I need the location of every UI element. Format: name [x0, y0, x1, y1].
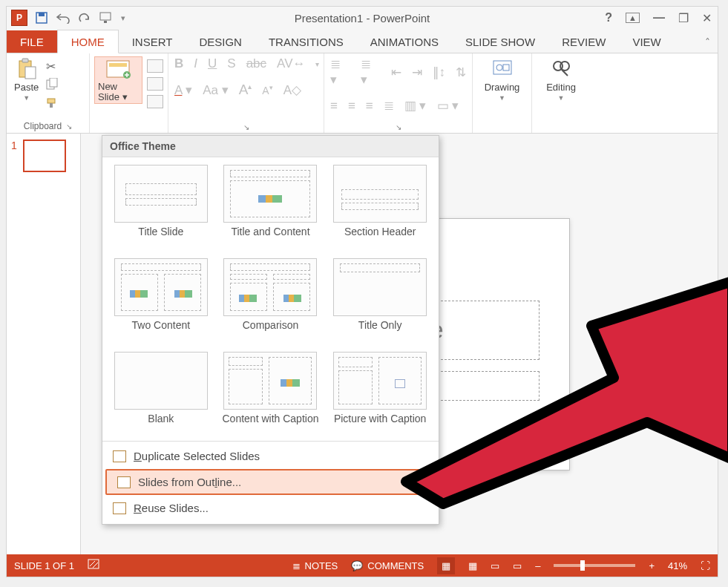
layout-title-slide[interactable]: Title Slide	[110, 165, 212, 251]
format-painter-icon[interactable]	[46, 97, 59, 112]
drawing-button[interactable]: Drawing ▼	[482, 56, 523, 103]
copy-icon[interactable]	[46, 78, 59, 93]
fit-to-window-icon[interactable]: ⛶	[701, 560, 710, 571]
font-launcher-icon[interactable]: ↘	[243, 123, 249, 131]
redo-icon[interactable]	[78, 12, 91, 24]
shadow-button[interactable]: S	[226, 56, 237, 71]
underline-button[interactable]: U	[206, 56, 218, 71]
start-from-beginning-icon[interactable]	[99, 11, 114, 24]
clear-formatting-button[interactable]: A◇	[282, 82, 303, 98]
bullets-button[interactable]: ≣ ▾	[329, 56, 352, 88]
tab-review[interactable]: REVIEW	[548, 30, 619, 53]
align-left-button[interactable]: ≡	[329, 99, 339, 114]
notes-button[interactable]: ≣ NOTES	[292, 560, 338, 571]
convert-smartart-button[interactable]: ▭ ▾	[436, 98, 461, 114]
layout-label: Comparison	[243, 319, 298, 344]
reset-slide-icon[interactable]	[147, 77, 163, 91]
slides-from-outline[interactable]: Slides from Outline...	[105, 469, 436, 495]
section-icon[interactable]	[147, 95, 163, 108]
slide-thumbnail-1[interactable]	[23, 140, 66, 172]
svg-rect-8	[50, 78, 57, 87]
zoom-slider-thumb[interactable]	[580, 560, 585, 571]
comments-label: COMMENTS	[367, 560, 424, 571]
increase-indent-button[interactable]: ⇥	[410, 65, 424, 80]
slide-thumbnail-pane[interactable]: 1	[7, 134, 81, 554]
collapse-ribbon-icon[interactable]: ˄	[698, 32, 718, 53]
clipboard-launcher-icon[interactable]: ↘	[66, 122, 72, 131]
editing-button[interactable]: Editing ▼	[543, 56, 579, 103]
change-case-button[interactable]: Aa ▾	[201, 82, 230, 98]
duplicate-selected-slides[interactable]: Duplicate Selected Slides	[102, 445, 439, 468]
reading-view-icon[interactable]: ▭	[491, 560, 499, 571]
zoom-in-button[interactable]: +	[649, 560, 655, 571]
font-color-button[interactable]: A ▾	[173, 82, 194, 98]
decrease-indent-button[interactable]: ⇤	[390, 65, 403, 80]
shrink-font-button[interactable]: A▾	[260, 84, 274, 96]
tab-slideshow[interactable]: SLIDE SHOW	[452, 30, 548, 53]
layout-picture-with-caption[interactable]: Picture with Caption	[329, 352, 431, 438]
layout-label: Title and Content	[231, 226, 309, 251]
layout-title-only[interactable]: Title Only	[329, 258, 431, 344]
restore-button[interactable]: ❐	[678, 11, 689, 25]
strikethrough-button[interactable]: abc	[245, 56, 268, 71]
layout-content-with-caption[interactable]: Content with Caption	[220, 352, 322, 438]
layout-title-and-content[interactable]: Title and Content	[220, 165, 322, 251]
paragraph-launcher-icon[interactable]: ↘	[396, 123, 401, 131]
zoom-out-button[interactable]: –	[535, 560, 540, 571]
italic-button[interactable]: I	[192, 56, 199, 71]
group-editing: Editing ▼	[532, 53, 590, 133]
tab-design[interactable]: DESIGN	[186, 30, 255, 53]
drawing-label: Drawing	[485, 82, 520, 93]
help-button[interactable]: ?	[605, 11, 612, 24]
layout-section-header[interactable]: Section Header	[329, 165, 431, 251]
ribbon-tab-strip: FILE HOME INSERT DESIGN TRANSITIONS ANIM…	[7, 29, 718, 53]
normal-view-icon[interactable]: ▦	[437, 557, 455, 574]
justify-button[interactable]: ≣	[382, 98, 396, 114]
layout-comparison[interactable]: Comparison	[220, 258, 322, 344]
zoom-level[interactable]: 41%	[668, 560, 687, 571]
new-slide-button[interactable]: New Slide ▾	[94, 56, 142, 104]
columns-button[interactable]: ▥ ▾	[403, 98, 428, 114]
character-spacing-button[interactable]: AV↔	[275, 56, 306, 71]
tab-view[interactable]: VIEW	[619, 30, 674, 53]
cut-icon[interactable]: ✂	[46, 59, 59, 73]
customize-qat-icon[interactable]: ▾	[121, 13, 125, 23]
numbering-button[interactable]: ≣ ▾	[359, 56, 382, 88]
tab-home[interactable]: HOME	[57, 30, 119, 53]
align-right-button[interactable]: ≡	[364, 99, 375, 114]
bold-button[interactable]: B	[173, 56, 185, 71]
align-center-button[interactable]: ≡	[347, 99, 357, 114]
undo-icon[interactable]	[56, 12, 70, 24]
reuse-slides[interactable]: Reuse Slides...	[102, 496, 439, 519]
slideshow-view-icon[interactable]: ▭	[513, 560, 522, 571]
editing-label: Editing	[546, 82, 576, 93]
tab-file[interactable]: FILE	[7, 30, 57, 53]
status-bar: SLIDE 1 OF 1 ≣ NOTES 💬 COMMENTS ▦ ▦ ▭ ▭ …	[7, 554, 718, 577]
grow-font-button[interactable]: A▴	[237, 82, 254, 98]
ribbon-display-options-icon[interactable]: ▲	[626, 13, 640, 23]
zoom-slider[interactable]	[554, 564, 635, 567]
find-icon	[550, 58, 572, 80]
new-slide-icon	[105, 59, 132, 80]
tab-animations[interactable]: ANIMATIONS	[357, 30, 452, 53]
slide-layout-icon[interactable]	[147, 59, 163, 73]
text-direction-button[interactable]: ⇅	[454, 65, 468, 80]
minimize-button[interactable]: —	[653, 11, 665, 24]
group-paragraph: ≣ ▾ ≣ ▾ ⇤ ⇥ ‖↕ ⇅ ≡ ≡ ≡ ≣ ▥ ▾ ▭ ▾ ↘	[324, 53, 473, 133]
save-icon[interactable]	[35, 11, 48, 24]
slide-counter[interactable]: SLIDE 1 OF 1	[14, 560, 74, 571]
close-button[interactable]: ✕	[702, 11, 712, 25]
line-spacing-button[interactable]: ‖↕	[431, 65, 447, 80]
layout-blank[interactable]: Blank	[110, 352, 212, 438]
comments-button[interactable]: 💬 COMMENTS	[351, 560, 424, 571]
tab-transitions[interactable]: TRANSITIONS	[255, 30, 357, 53]
group-slides: New Slide ▾	[90, 53, 168, 133]
layout-label: Two Content	[132, 319, 191, 344]
layout-two-content[interactable]: Two Content	[110, 258, 212, 344]
tab-insert[interactable]: INSERT	[119, 30, 186, 53]
spellcheck-icon[interactable]	[88, 559, 101, 573]
slide-sorter-view-icon[interactable]: ▦	[468, 560, 477, 571]
font-more-icon[interactable]: ▾	[314, 60, 321, 68]
app-window: P ▾ Presentation1 - PowerPoint ? ▲ — ❐ ✕	[6, 6, 718, 577]
paste-button[interactable]: Paste ▼	[11, 56, 42, 103]
